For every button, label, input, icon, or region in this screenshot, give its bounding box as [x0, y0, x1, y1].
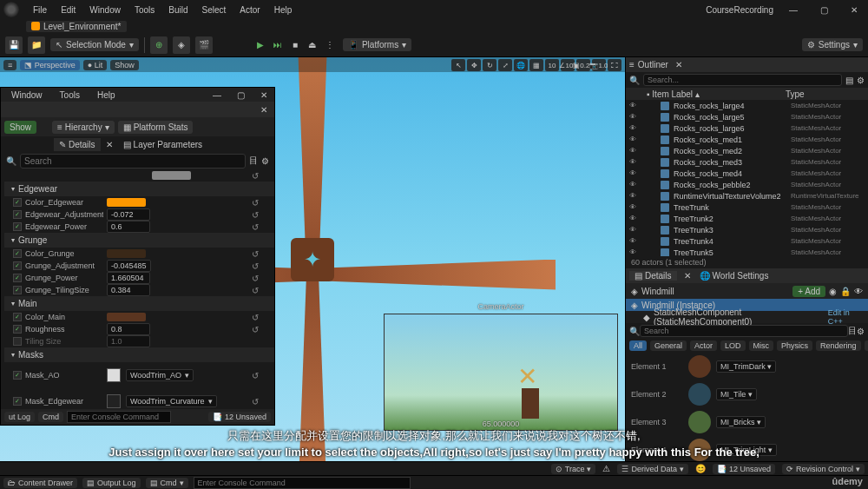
play-button[interactable]: ▶ — [253, 37, 268, 53]
me-unsaved[interactable]: 📑 12 Unsaved — [208, 412, 271, 422]
edgewear-adjustment-field[interactable]: -0.072 — [107, 208, 150, 221]
outliner-row[interactable]: 👁TreeTrunk2StaticMeshActor — [626, 213, 868, 224]
outliner-row[interactable]: 👁Rocks_rocks_pebble2StaticMeshActor — [626, 179, 868, 190]
derived-data-btn[interactable]: ☰ Derived Data ▾ — [617, 464, 688, 474]
outliner-row[interactable]: 👁Rocks_rocks_large6StaticMeshActor — [626, 122, 868, 134]
menu-file[interactable]: File — [26, 5, 54, 15]
platform-stats-btn[interactable]: ▦ Platform Stats — [118, 121, 194, 134]
me-tab-close[interactable]: ✕ — [257, 105, 271, 115]
visibility-icon[interactable]: 👁 — [629, 237, 638, 245]
me-menu-window[interactable]: Window — [4, 90, 49, 100]
revision-btn[interactable]: ⟳ Revision Control ▾ — [782, 464, 865, 474]
selection-mode-dropdown[interactable]: ↖ Selection Mode ▾ — [50, 38, 139, 51]
group-masks[interactable]: Masks — [4, 347, 274, 362]
hierarchy-dropdown[interactable]: ≡ Hierarchy ▾ — [52, 121, 115, 134]
menu-tools[interactable]: Tools — [128, 5, 161, 15]
outliner-col-label[interactable]: ▪ Item Label ▴ — [629, 89, 786, 99]
check-roughness[interactable] — [13, 325, 22, 334]
check-color-grunge[interactable] — [13, 249, 22, 258]
outliner-row[interactable]: 👁Rocks_rocks_large4StaticMeshActor — [626, 100, 868, 111]
details-search-input[interactable] — [640, 325, 848, 337]
check-mask-ao[interactable] — [13, 371, 22, 380]
child-component[interactable]: ◆ StaticMeshComponent (StaticMeshCompone… — [626, 311, 868, 323]
material-thumb[interactable] — [688, 383, 711, 406]
me-maximize[interactable]: ▢ — [233, 90, 248, 100]
outliner-gear-icon[interactable]: ⚙ — [857, 76, 865, 85]
blueprint-icon[interactable]: ◈ — [173, 36, 190, 54]
world-settings-tab[interactable]: 🌐 World Settings — [694, 271, 774, 281]
outliner-row[interactable]: 👁Rocks_rocks_med3StaticMeshActor — [626, 156, 868, 168]
details-filter-icon[interactable]: 目 — [848, 325, 857, 337]
scale-snap[interactable]: ▣ 0.25 — [576, 59, 590, 71]
me-show-btn[interactable]: Show — [4, 121, 36, 134]
reset-btn[interactable]: ↺ — [252, 198, 260, 208]
cinematics-icon[interactable]: 🎬 — [195, 36, 213, 54]
level-tab[interactable]: Level_Environment* — [26, 21, 127, 32]
me-output-log[interactable]: ut Log — [4, 412, 35, 422]
browse-icon[interactable]: 📁 — [28, 36, 45, 54]
mask-ao-combo[interactable]: WoodTrim_AO ▾ — [126, 369, 194, 381]
play-options[interactable]: ⋮ — [322, 37, 338, 53]
me-search-input[interactable] — [20, 154, 246, 169]
group-grunge[interactable]: Grunge — [4, 233, 274, 248]
me-menu-tools[interactable]: Tools — [53, 90, 87, 100]
roughness-field[interactable]: 0.8 — [107, 323, 150, 335]
menu-build[interactable]: Build — [161, 5, 194, 15]
group-edgewear[interactable]: Edgewear — [4, 182, 274, 196]
grunge-power-field[interactable]: 1.660504 — [107, 272, 150, 284]
maximize-button[interactable]: ▢ — [813, 5, 835, 15]
filter-lod[interactable]: LOD — [720, 340, 746, 351]
check-mask-edgewear[interactable] — [13, 397, 22, 406]
filter-rendering[interactable]: Rendering — [816, 340, 861, 351]
menu-edit[interactable]: Edit — [54, 5, 82, 15]
check-color-edgewear[interactable] — [13, 198, 22, 207]
tiling-size-field[interactable]: 1.0 — [107, 335, 150, 347]
outliner-row[interactable]: 👁TreeTrunk4StaticMeshActor — [626, 235, 868, 247]
outliner-row[interactable]: 👁Rocks_rocks_med2StaticMeshActor — [626, 145, 868, 156]
material-dropdown[interactable]: MI_Tile ▾ — [716, 388, 757, 400]
outliner-row[interactable]: 👁Rocks_rocks_med4StaticMeshActor — [626, 168, 868, 179]
lit-dropdown[interactable]: ● Lit — [83, 60, 107, 70]
cmd-btn[interactable]: ▤ Cmd ▾ — [146, 478, 188, 488]
trace-btn[interactable]: ⊙ Trace ▾ — [551, 464, 596, 474]
material-thumb[interactable] — [688, 439, 711, 461]
minimize-button[interactable]: — — [782, 5, 805, 15]
mask-ao-thumb[interactable] — [107, 368, 121, 382]
material-dropdown[interactable]: MI_TrimLight ▾ — [716, 444, 777, 456]
stop-button[interactable]: ■ — [287, 37, 303, 53]
visibility-icon[interactable]: 👁 — [629, 102, 638, 109]
show-dropdown[interactable]: Show — [110, 60, 139, 70]
details-lock-icon[interactable]: 🔒 — [840, 287, 851, 296]
console-input[interactable] — [194, 477, 411, 489]
translate-tool[interactable]: ✥ — [467, 59, 481, 71]
menu-help[interactable]: Help — [267, 5, 299, 15]
visibility-icon[interactable]: 👁 — [629, 181, 638, 188]
me-menu-help[interactable]: Help — [90, 90, 122, 100]
rotate-tool[interactable]: ↻ — [483, 59, 496, 71]
outliner-row[interactable]: 👁TreeTrunkStaticMeshActor — [626, 202, 868, 213]
material-thumb[interactable] — [688, 411, 711, 433]
check-edgewear-adj[interactable] — [13, 210, 22, 219]
filter-icon[interactable]: 目 — [249, 155, 258, 167]
surface-snap[interactable]: ▦ — [529, 59, 543, 71]
outliner-row[interactable]: 👁TreeTrunk3StaticMeshActor — [626, 224, 868, 235]
visibility-icon[interactable]: 👁 — [629, 147, 638, 155]
color-grunge-swatch[interactable] — [107, 249, 146, 258]
visibility-icon[interactable]: 👁 — [629, 215, 638, 222]
eject-button[interactable]: ⏏ — [305, 37, 320, 53]
add-icon[interactable]: ⊕ — [150, 36, 168, 54]
check-grunge-adj[interactable] — [13, 261, 22, 270]
check-tiling-size[interactable] — [13, 337, 22, 346]
settings-dropdown[interactable]: ⚙ Settings ▾ — [802, 38, 863, 51]
visibility-icon[interactable]: 👁 — [629, 158, 638, 166]
material-dropdown[interactable]: MI_TrimDark ▾ — [716, 360, 776, 373]
content-drawer-btn[interactable]: 🗁 Content Drawer — [3, 478, 77, 488]
menu-window[interactable]: Window — [82, 5, 128, 15]
details-tab[interactable]: ▤ Details — [629, 271, 677, 281]
details-gear-icon[interactable]: ⚙ — [857, 327, 865, 336]
perspective-dropdown[interactable]: ⬔ Perspective — [20, 60, 80, 70]
visibility-icon[interactable]: 👁 — [629, 226, 638, 234]
visibility-icon[interactable]: 👁 — [629, 192, 638, 200]
filter-streaming[interactable]: Streaming — [865, 340, 868, 351]
platforms-dropdown[interactable]: 📱 Platforms ▾ — [343, 38, 411, 51]
